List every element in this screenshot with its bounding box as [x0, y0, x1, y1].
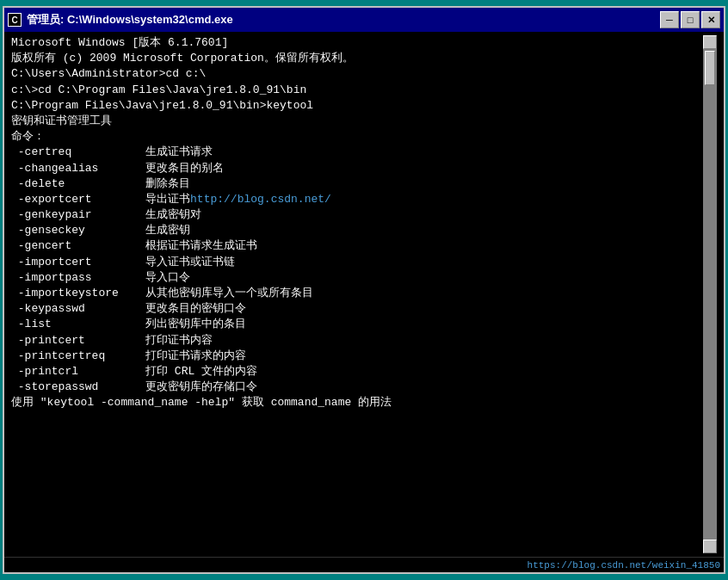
console-line: c:\>cd C:\Program Files\Java\jre1.8.0_91…	[11, 83, 703, 98]
console-line: 版权所有 (c) 2009 Microsoft Corporation。保留所有…	[11, 51, 703, 66]
console-line: C:\Users\Administrator>cd c:\	[11, 66, 703, 82]
console-line: C:\Program Files\Java\jre1.8.0_91\bin>ke…	[11, 98, 703, 114]
minimize-button[interactable]: ─	[660, 11, 679, 28]
console-line: -printcertreq 打印证书请求的内容	[11, 349, 703, 364]
console-line: -genseckey 生成密钥	[11, 223, 703, 238]
window-icon-label: C	[11, 15, 17, 25]
scroll-up-button[interactable]: ▲	[703, 35, 717, 49]
console-line: -printcert 打印证书内容	[11, 333, 703, 349]
console-line: -importpass 导入口令	[11, 270, 703, 286]
console-line: 命令：	[11, 129, 703, 145]
console-line: -list 列出密钥库中的条目	[11, 317, 703, 332]
title-bar: C 管理员: C:\Windows\system32\cmd.exe ─ □ ✕	[4, 8, 724, 32]
status-link: https://blog.csdn.net/weixin_41850	[527, 560, 720, 571]
close-button[interactable]: ✕	[701, 11, 720, 28]
cmd-window: C 管理员: C:\Windows\system32\cmd.exe ─ □ ✕…	[3, 6, 725, 574]
title-bar-buttons: ─ □ ✕	[660, 11, 720, 28]
scroll-thumb[interactable]	[705, 51, 715, 85]
console-line: -gencert 根据证书请求生成证书	[11, 238, 703, 254]
console-line: -importcert 导入证书或证书链	[11, 255, 703, 270]
maximize-button[interactable]: □	[681, 11, 700, 28]
status-bar: https://blog.csdn.net/weixin_41850	[4, 557, 724, 572]
console-line: -keypasswd 更改条目的密钥口令	[11, 301, 703, 317]
title-bar-left: C 管理员: C:\Windows\system32\cmd.exe	[8, 12, 233, 28]
console-line: -importkeystore 从其他密钥库导入一个或所有条目	[11, 286, 703, 301]
scroll-down-button[interactable]: ▼	[703, 540, 717, 553]
window-title: 管理员: C:\Windows\system32\cmd.exe	[27, 12, 233, 28]
console-line: -delete 删除条目	[11, 176, 703, 192]
window-icon: C	[8, 13, 22, 27]
console-line: -storepasswd 更改密钥库的存储口令	[11, 379, 703, 395]
console-line: 密钥和证书管理工具	[11, 114, 703, 129]
console-content: Microsoft Windows [版本 6.1.7601]版权所有 (c) …	[11, 35, 703, 553]
console-line: 使用 "keytool -command_name -help" 获取 comm…	[11, 395, 703, 410]
scrollbar[interactable]: ▲ ▼	[703, 35, 717, 553]
console-area: Microsoft Windows [版本 6.1.7601]版权所有 (c) …	[4, 32, 724, 557]
console-line: -genkeypair 生成密钥对	[11, 207, 703, 223]
console-line: -exportcert 导出证书http://blog.csdn.net/	[11, 192, 703, 207]
console-line: Microsoft Windows [版本 6.1.7601]	[11, 35, 703, 51]
console-line: -printcrl 打印 CRL 文件的内容	[11, 364, 703, 379]
console-line: -certreq 生成证书请求	[11, 145, 703, 160]
console-line: -changealias 更改条目的别名	[11, 161, 703, 176]
scroll-track[interactable]	[703, 49, 717, 540]
